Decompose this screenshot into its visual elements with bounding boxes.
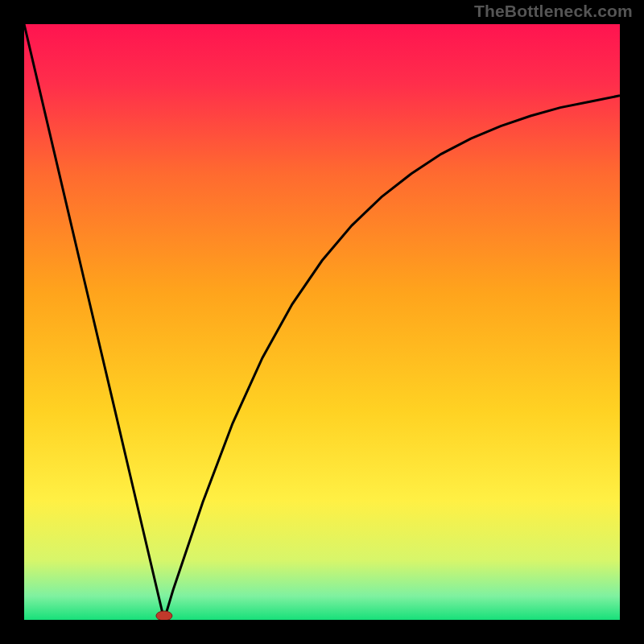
chart-svg [24, 24, 620, 620]
plot-area [24, 24, 620, 620]
chart-frame: TheBottleneck.com [0, 0, 644, 644]
minimum-marker [156, 611, 172, 620]
watermark-label: TheBottleneck.com [474, 2, 633, 21]
gradient-background [24, 24, 620, 620]
